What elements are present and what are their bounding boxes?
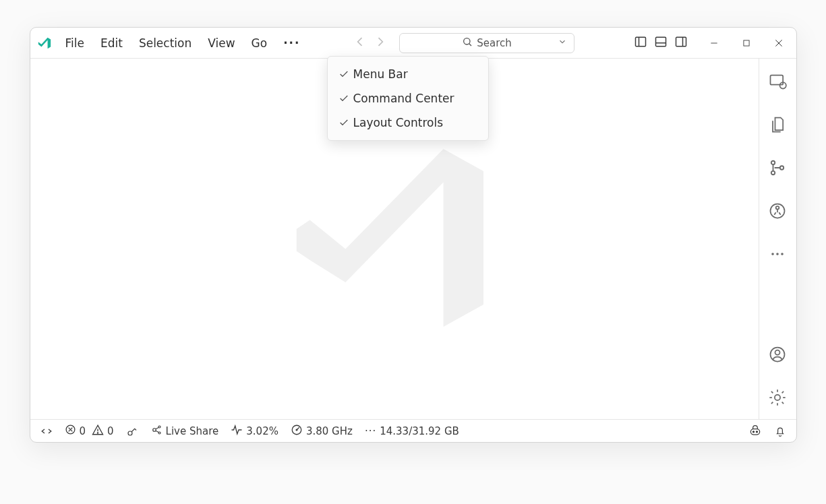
toggle-panel-icon[interactable] bbox=[652, 33, 670, 53]
svg-point-29 bbox=[128, 431, 132, 435]
svg-point-34 bbox=[296, 429, 297, 431]
remote-explorer-icon[interactable] bbox=[765, 69, 790, 94]
toggle-secondary-sidebar-icon[interactable] bbox=[672, 33, 690, 53]
ctx-label: Layout Controls bbox=[353, 116, 444, 129]
svg-point-20 bbox=[781, 253, 784, 255]
svg-point-28 bbox=[97, 432, 98, 433]
search-icon bbox=[462, 36, 473, 50]
svg-rect-35 bbox=[750, 429, 759, 434]
warning-count: 0 bbox=[107, 425, 114, 437]
svg-point-15 bbox=[780, 166, 784, 169]
menu-selection[interactable]: Selection bbox=[131, 32, 200, 54]
back-arrow-icon[interactable] bbox=[352, 34, 368, 53]
chevron-down-icon bbox=[558, 37, 567, 49]
svg-rect-8 bbox=[743, 40, 748, 45]
ctx-layout-controls[interactable]: Layout Controls bbox=[332, 111, 484, 135]
bell-icon[interactable] bbox=[768, 420, 792, 442]
svg-point-32 bbox=[158, 432, 160, 434]
svg-point-30 bbox=[152, 428, 156, 431]
svg-point-36 bbox=[753, 431, 754, 432]
check-icon bbox=[338, 69, 353, 80]
live-share-circle-icon[interactable] bbox=[765, 199, 790, 223]
live-share-label: Live Share bbox=[166, 425, 219, 437]
more-horizontal-icon[interactable] bbox=[765, 242, 790, 266]
svg-point-22 bbox=[775, 350, 780, 355]
menu-view[interactable]: View bbox=[200, 32, 243, 54]
freq-status[interactable]: 3.80 GHz bbox=[285, 420, 359, 442]
nav-arrows bbox=[352, 34, 388, 53]
search-placeholder: Search bbox=[477, 37, 512, 49]
title-center: Search bbox=[309, 33, 618, 53]
copilot-icon[interactable] bbox=[742, 420, 768, 442]
error-count: 0 bbox=[80, 425, 86, 437]
toggle-primary-sidebar-icon[interactable] bbox=[632, 33, 649, 53]
debug-start-icon[interactable] bbox=[120, 420, 144, 442]
title-bar: File Edit Selection View Go ··· Search bbox=[30, 28, 796, 59]
menu-bar: File Edit Selection View Go ··· bbox=[57, 32, 309, 54]
status-bar: 0 0 Live Share 3.02% 3.80 GHz bbox=[30, 419, 796, 442]
cpu-value: 3.02% bbox=[246, 425, 278, 437]
menu-overflow-icon[interactable]: ··· bbox=[275, 32, 308, 54]
menu-file[interactable]: File bbox=[57, 32, 92, 54]
warning-icon bbox=[92, 424, 104, 439]
forward-arrow-icon[interactable] bbox=[372, 34, 388, 53]
svg-rect-1 bbox=[635, 37, 645, 46]
ctx-menu-bar[interactable]: Menu Bar bbox=[332, 62, 484, 86]
gear-icon[interactable] bbox=[765, 385, 790, 410]
problems-status[interactable]: 0 0 bbox=[59, 420, 120, 442]
vscode-watermark-icon bbox=[283, 127, 506, 352]
svg-point-17 bbox=[776, 206, 779, 210]
maximize-icon[interactable] bbox=[730, 28, 763, 58]
files-icon[interactable] bbox=[765, 113, 790, 137]
memory-status[interactable]: ··· 14.33/31.92 GB bbox=[359, 420, 465, 442]
error-icon bbox=[65, 424, 76, 438]
vscode-logo-icon bbox=[32, 36, 57, 51]
activity-bar bbox=[759, 59, 796, 419]
memory-value: 14.33/31.92 GB bbox=[380, 425, 459, 437]
gauge-icon bbox=[291, 424, 303, 439]
source-control-icon[interactable] bbox=[765, 156, 790, 180]
app-window: File Edit Selection View Go ··· Search bbox=[30, 27, 797, 443]
ctx-label: Menu Bar bbox=[353, 67, 408, 81]
svg-point-37 bbox=[756, 431, 757, 432]
window-controls bbox=[698, 28, 795, 58]
account-icon[interactable] bbox=[765, 342, 790, 367]
titlebar-context-menu: Menu Bar Command Center Layout Controls bbox=[327, 56, 489, 141]
check-icon bbox=[338, 93, 353, 104]
live-share-status[interactable]: Live Share bbox=[144, 420, 225, 442]
layout-controls bbox=[632, 33, 690, 53]
svg-rect-5 bbox=[676, 37, 686, 46]
menu-go[interactable]: Go bbox=[243, 32, 276, 54]
minimize-icon[interactable] bbox=[698, 28, 730, 58]
svg-rect-3 bbox=[655, 37, 666, 46]
live-share-icon bbox=[150, 424, 163, 439]
svg-point-0 bbox=[464, 38, 470, 44]
freq-value: 3.80 GHz bbox=[306, 425, 353, 437]
menu-edit[interactable]: Edit bbox=[92, 32, 131, 54]
cpu-status[interactable]: 3.02% bbox=[225, 420, 285, 442]
check-icon bbox=[338, 117, 353, 128]
svg-point-13 bbox=[771, 161, 775, 164]
remote-indicator-icon[interactable] bbox=[34, 420, 59, 442]
ctx-label: Command Center bbox=[353, 92, 454, 105]
command-center-search[interactable]: Search bbox=[399, 33, 574, 53]
ctx-command-center[interactable]: Command Center bbox=[332, 86, 484, 111]
svg-point-23 bbox=[775, 395, 780, 400]
svg-point-14 bbox=[771, 171, 775, 175]
svg-point-31 bbox=[158, 426, 160, 428]
svg-point-19 bbox=[776, 253, 779, 255]
close-icon[interactable] bbox=[763, 28, 795, 58]
dots-icon: ··· bbox=[365, 425, 376, 437]
svg-point-18 bbox=[771, 253, 774, 255]
pulse-icon bbox=[231, 424, 243, 439]
